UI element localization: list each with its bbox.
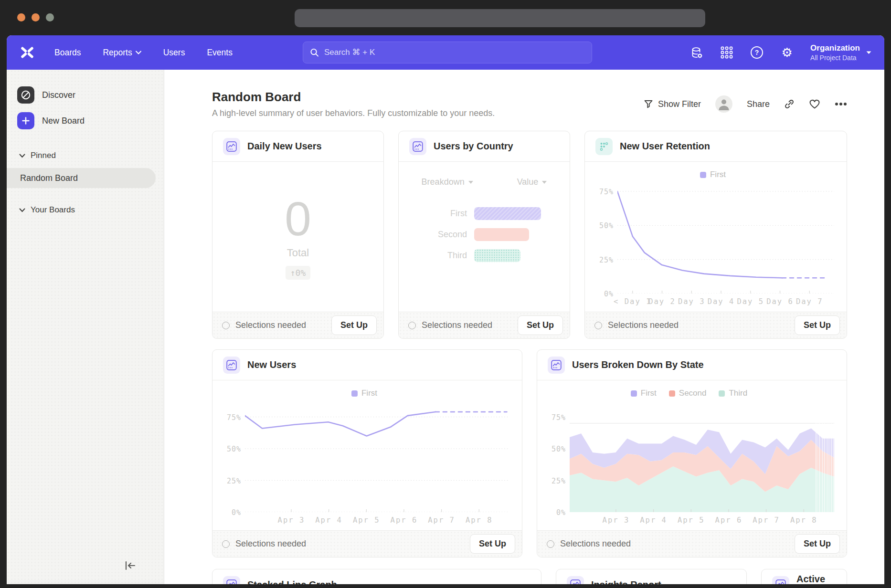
new-users-chart: First 75%50%25%0% Apr 3Apr 4Apr 5Apr 6Ap…	[212, 380, 522, 530]
favorite-heart-icon[interactable]	[809, 99, 820, 109]
bar-label: First	[399, 209, 474, 219]
chevron-down-icon	[136, 51, 141, 54]
nav-item-users[interactable]: Users	[163, 48, 185, 58]
breakdown-dropdown[interactable]: Breakdown	[422, 177, 473, 187]
card-title: Active Users	[796, 574, 836, 584]
apps-grid-icon[interactable]	[720, 46, 733, 59]
set-up-button[interactable]: Set Up	[331, 315, 377, 335]
legend-item[interactable]: Second	[669, 388, 707, 398]
help-icon[interactable]: ?	[750, 46, 764, 59]
legend-swatch	[351, 390, 358, 397]
card-title: Insights Report	[591, 579, 661, 585]
window-button-3[interactable]	[46, 13, 54, 21]
page-subtitle: A high-level summary of user behaviors. …	[212, 108, 495, 118]
state-area-chart: FirstSecondThird 75%50%25%0% Apr 3Apr 4A…	[537, 380, 847, 530]
avatar[interactable]	[715, 95, 732, 113]
sidebar-section-pinned[interactable]: Pinned	[7, 146, 164, 165]
top-nav: Boards Reports Users Events	[7, 35, 884, 70]
data-management-icon[interactable]	[690, 46, 703, 59]
line-chart-icon	[567, 576, 584, 584]
copy-link-icon[interactable]	[784, 99, 795, 109]
status-text: Selections needed	[560, 539, 631, 549]
x-axis-label: Day 4	[708, 297, 735, 306]
y-axis-label: 75%	[552, 413, 566, 422]
settings-gear-icon[interactable]: ⚙	[780, 46, 794, 59]
x-axis-label: Day 5	[737, 297, 764, 306]
sidebar: Discover New Board Pinned Random Board	[7, 70, 164, 584]
page-title: Random Board	[212, 90, 495, 105]
legend-swatch	[669, 390, 675, 397]
org-subtitle: All Project Data	[810, 54, 860, 62]
value-dropdown[interactable]: Value	[517, 177, 547, 187]
sidebar-item-random-board[interactable]: Random Board	[7, 168, 156, 188]
org-selector[interactable]: Organization All Project Data	[810, 43, 872, 62]
search-bar[interactable]	[303, 42, 592, 63]
sidebar-item-new-board[interactable]: New Board	[7, 108, 164, 134]
x-axis-label: Apr 6	[715, 516, 742, 525]
y-axis-label: 50%	[227, 445, 241, 453]
window-button-1[interactable]	[17, 13, 25, 21]
nav-item-boards[interactable]: Boards	[54, 48, 81, 58]
x-axis-label: Apr 3	[278, 516, 305, 525]
status-text: Selections needed	[235, 320, 306, 330]
x-axis-label: Day 2	[648, 297, 676, 306]
retention-chart: First 75%50%25%0% < Day 1Day 2Day 3Day 4…	[585, 162, 847, 312]
set-up-button[interactable]: Set Up	[795, 534, 840, 554]
y-axis-label: 0%	[604, 290, 614, 298]
filter-funnel-icon	[644, 99, 653, 109]
legend-item[interactable]: First	[631, 388, 657, 398]
country-bar-row: First	[399, 207, 570, 220]
x-axis-label: < Day 1	[614, 297, 651, 306]
sidebar-section-your-boards[interactable]: Your Boards	[7, 200, 164, 220]
set-up-button[interactable]: Set Up	[470, 534, 515, 554]
card-users-by-country: Users by Country Breakdown Value	[398, 131, 570, 339]
nav-item-events[interactable]: Events	[207, 48, 233, 58]
y-axis-label: 50%	[552, 445, 566, 453]
retention-dots-icon	[595, 138, 613, 155]
more-options-icon[interactable]	[835, 102, 847, 106]
status-text: Selections needed	[235, 539, 306, 549]
person-icon	[715, 95, 732, 113]
status-circle-icon	[408, 322, 416, 329]
address-bar[interactable]	[295, 9, 705, 27]
metric-body: 0 Total ↑0%	[212, 162, 383, 312]
share-button[interactable]: Share	[747, 99, 770, 109]
bar	[474, 249, 520, 262]
x-axis-label: Apr 8	[790, 516, 817, 525]
line-chart-icon	[409, 138, 426, 155]
nav-item-reports[interactable]: Reports	[103, 48, 141, 58]
chevron-down-icon	[468, 181, 473, 184]
card-new-users: New Users First 75%50%25%0% Apr 3Apr 4Ap…	[212, 349, 522, 557]
nav-actions: ? ⚙ Organization All Project Data	[690, 43, 872, 62]
nav-menu: Boards Reports Users Events	[54, 48, 233, 58]
chevron-down-icon	[19, 208, 25, 212]
line-chart-icon	[223, 576, 240, 584]
board-main: Random Board A high-level summary of use…	[164, 70, 884, 584]
y-axis-label: 0%	[232, 508, 241, 517]
set-up-button[interactable]: Set Up	[795, 315, 840, 335]
collapse-sidebar-icon[interactable]	[124, 560, 136, 573]
traffic-lights	[17, 13, 54, 21]
legend-item[interactable]: First	[351, 388, 377, 398]
sidebar-item-discover[interactable]: Discover	[7, 82, 164, 108]
bar-label: Second	[399, 230, 474, 240]
bar-label: Third	[399, 251, 474, 261]
line-chart-icon	[223, 138, 240, 155]
set-up-button[interactable]: Set Up	[518, 315, 563, 335]
line-chart-icon	[772, 576, 789, 584]
legend-item[interactable]: First	[700, 170, 726, 179]
legend-item[interactable]: Third	[719, 388, 747, 398]
mixpanel-logo-icon[interactable]	[20, 45, 34, 60]
card-users-by-state: Users Broken Down By State FirstSecondTh…	[537, 349, 847, 557]
y-axis-label: 0%	[556, 508, 566, 517]
show-filter-button[interactable]: Show Filter	[644, 99, 701, 109]
x-axis-label: Apr 4	[640, 516, 667, 525]
search-input[interactable]	[324, 48, 585, 57]
card-new-user-retention: New User Retention First 75%50%25%0% < D…	[584, 131, 847, 339]
org-name: Organization	[810, 43, 860, 53]
metric-delta-badge: ↑0%	[286, 266, 311, 280]
compass-icon	[17, 86, 34, 104]
window-button-2[interactable]	[32, 13, 40, 21]
plus-icon	[17, 112, 34, 129]
y-axis-label: 75%	[599, 188, 614, 196]
